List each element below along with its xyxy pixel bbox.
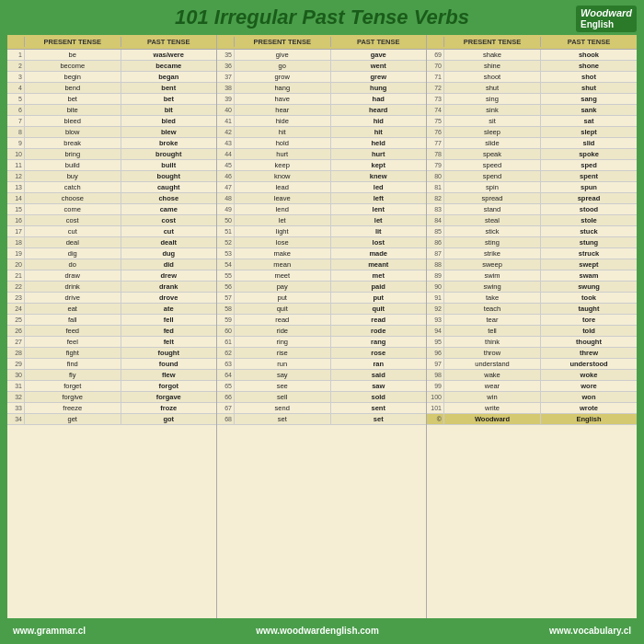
row-num: 60 (217, 326, 234, 336)
row-num: 98 (427, 370, 443, 380)
table-row: 89 swim swam (427, 270, 637, 282)
row-past: drank (121, 282, 217, 292)
row-num: 100 (427, 392, 443, 402)
row-num: 19 (7, 248, 24, 259)
row-num: 44 (217, 149, 234, 159)
table-row: 53 make made (217, 248, 426, 259)
row-past: wore (540, 381, 637, 391)
table-row: 64 say said (217, 370, 426, 381)
col2-rows: 35 give gave36 go went37 grow grew38 han… (217, 50, 426, 425)
row-past: lent (330, 204, 427, 214)
row-num: 23 (7, 293, 24, 303)
row-past: hung (330, 83, 427, 93)
row-past: fell (121, 315, 217, 325)
row-present: read (234, 315, 330, 325)
table-row: 11 build built (7, 160, 216, 171)
row-num: 11 (7, 160, 24, 170)
row-num: 20 (7, 259, 24, 270)
row-past: fed (121, 326, 217, 336)
row-num: 86 (427, 237, 443, 247)
row-past: ate (121, 304, 217, 314)
table-row: 9 break broke (7, 138, 216, 149)
row-past: hid (330, 116, 427, 126)
table-row: 97 understand understood (427, 359, 637, 370)
row-past: hit (330, 127, 427, 137)
row-past: caught (121, 182, 217, 192)
row-present: hear (234, 105, 330, 115)
row-past: flew (121, 370, 217, 380)
row-present: hit (234, 127, 330, 137)
row-past: became (121, 61, 217, 71)
row-present: bite (24, 105, 121, 115)
title-bar: 101 Irregular Past Tense Verbs Woodward … (6, 6, 638, 29)
table-row: 47 lead led (217, 182, 426, 193)
row-past: got (121, 414, 217, 424)
row-present: dig (24, 248, 121, 259)
row-num: 73 (427, 94, 443, 104)
row-num: 75 (427, 116, 443, 126)
row-num: 25 (7, 315, 24, 325)
row-past: grew (330, 72, 427, 82)
row-past: dealt (121, 237, 217, 247)
row-num: 38 (217, 83, 234, 93)
table-row: 60 ride rode (217, 326, 426, 337)
row-num: 13 (7, 182, 24, 192)
row-present: tell (443, 326, 540, 336)
row-past: quit (330, 304, 427, 314)
row-num: 59 (217, 315, 234, 325)
row-num: 50 (217, 215, 234, 225)
row-past: wrote (540, 403, 637, 413)
row-num: 47 (217, 182, 234, 192)
row-past: spoke (540, 149, 637, 159)
table-row: 55 meet met (217, 270, 426, 282)
row-present: slide (443, 138, 540, 148)
table-row: 43 hold held (217, 138, 426, 149)
table-row: 81 spin spun (427, 182, 637, 193)
row-num: 64 (217, 370, 234, 380)
row-num: 52 (217, 237, 234, 247)
row-past: won (540, 392, 637, 402)
table-row: 74 sink sank (427, 105, 637, 116)
footer-link-2: www.woodwardenglish.com (256, 626, 379, 636)
row-past: built (121, 160, 217, 170)
row-past: went (330, 61, 427, 71)
row-past: led (330, 182, 427, 192)
row-present: hide (234, 116, 330, 126)
row-past: bled (121, 116, 217, 126)
table-row: 88 sweep swept (427, 259, 637, 270)
row-past: kept (330, 160, 427, 170)
row-past: heard (330, 105, 427, 115)
row-present: become (24, 61, 121, 71)
row-past: sank (540, 105, 637, 115)
table-row: 45 keep kept (217, 160, 426, 171)
table-row: 94 tell told (427, 326, 637, 337)
row-past: swept (540, 259, 637, 270)
row-num: 69 (427, 50, 443, 60)
row-num: 91 (427, 293, 443, 303)
col3-past-header: PAST TENSE (540, 37, 637, 47)
row-num: 82 (427, 193, 443, 203)
row-past: knew (330, 171, 427, 181)
table-row: 5 bet bet (7, 94, 216, 105)
row-present: ring (234, 337, 330, 347)
col3-present-header: PRESENT TENSE (443, 37, 540, 47)
row-num: 39 (217, 94, 234, 104)
row-present: come (24, 204, 121, 214)
row-present: tear (443, 315, 540, 325)
row-past: shot (540, 72, 637, 82)
row-num: 34 (7, 414, 24, 424)
row-num: 101 (427, 403, 443, 413)
row-present: rise (234, 348, 330, 358)
table-row: 59 read read (217, 315, 426, 326)
row-num: 85 (427, 226, 443, 236)
row-past: felt (121, 337, 217, 347)
row-past: bit (121, 105, 217, 115)
row-num: 88 (427, 259, 443, 270)
table-row: 56 pay paid (217, 282, 426, 293)
table-row: 33 freeze froze (7, 403, 216, 414)
row-present: win (443, 392, 540, 402)
row-num: 8 (7, 127, 24, 137)
row-present: wear (443, 381, 540, 391)
row-present: see (234, 381, 330, 391)
row-past: cost (121, 215, 217, 225)
